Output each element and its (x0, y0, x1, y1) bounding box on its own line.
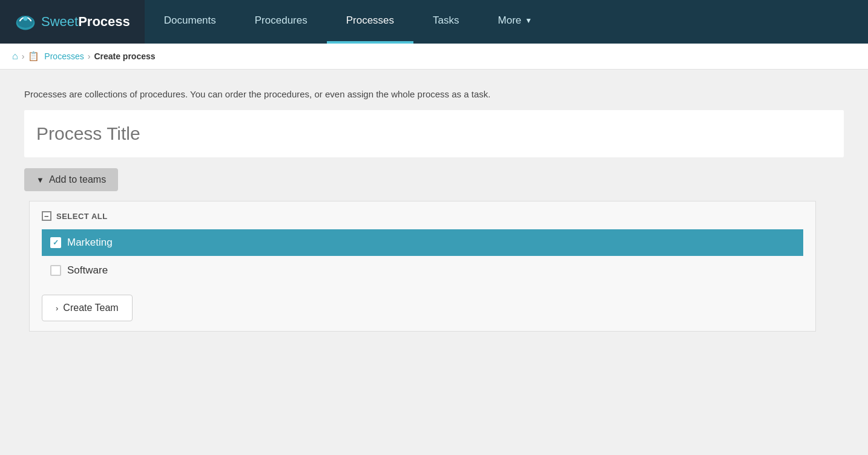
logo-icon (15, 11, 36, 33)
create-team-button[interactable]: › Create Team (42, 295, 133, 321)
nav-item-tasks[interactable]: Tasks (413, 0, 478, 44)
add-to-teams-label: Add to teams (49, 174, 106, 185)
nav-item-more[interactable]: More ▼ (479, 0, 552, 44)
team-row-marketing[interactable]: Marketing (42, 229, 803, 256)
add-to-teams-button[interactable]: ▼ Add to teams (24, 168, 118, 191)
breadcrumb-processes-link[interactable]: Processes (44, 51, 84, 61)
processes-icon: 📋 (28, 51, 39, 62)
nav-item-procedures[interactable]: Procedures (235, 0, 327, 44)
marketing-checkbox[interactable] (50, 237, 61, 248)
select-all-row[interactable]: SELECT ALL (42, 211, 803, 221)
nav-items: Documents Procedures Processes Tasks Mor… (145, 0, 551, 44)
home-icon: ⌂ (12, 51, 18, 61)
breadcrumb-sep-2: › (88, 51, 91, 61)
brand-name: SweetProcess (41, 14, 130, 30)
breadcrumb-current: Create process (94, 51, 155, 61)
teams-dropdown: SELECT ALL Marketing Software › Create T… (29, 201, 816, 332)
process-title-input[interactable] (24, 110, 844, 157)
add-to-teams-chevron-icon: ▼ (36, 175, 44, 185)
logo-area[interactable]: SweetProcess (0, 0, 145, 44)
breadcrumb-sep-1: › (22, 51, 25, 61)
breadcrumb: ⌂ › 📋 Processes › Create process (0, 44, 868, 70)
more-chevron-icon: ▼ (525, 16, 532, 25)
create-team-label: Create Team (63, 303, 118, 313)
team-row-software[interactable]: Software (42, 257, 803, 284)
select-all-label: SELECT ALL (56, 212, 108, 221)
description-text: Processes are collections of procedures.… (24, 89, 844, 99)
software-checkbox[interactable] (50, 265, 61, 276)
nav-item-documents[interactable]: Documents (145, 0, 235, 44)
svg-point-2 (23, 16, 27, 21)
nav-item-processes[interactable]: Processes (327, 0, 413, 44)
main-content: Processes are collections of procedures.… (0, 70, 868, 453)
software-label: Software (67, 264, 108, 277)
marketing-label: Marketing (67, 237, 113, 249)
navigation-bar: SweetProcess Documents Procedures Proces… (0, 0, 868, 44)
breadcrumb-home-link[interactable]: ⌂ (12, 51, 18, 62)
select-all-checkbox[interactable] (42, 211, 51, 221)
create-team-chevron-icon: › (56, 304, 58, 313)
